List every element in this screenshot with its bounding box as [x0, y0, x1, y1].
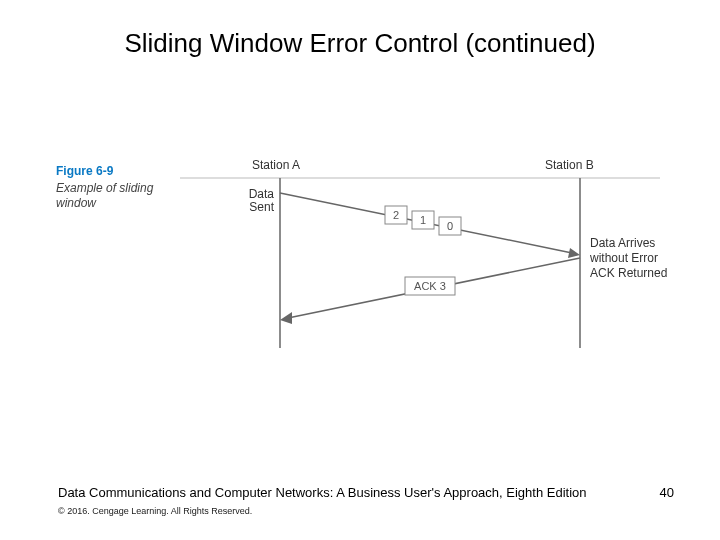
sliding-window-diagram: Station A Station B Data Sent Data Arriv…	[180, 158, 660, 358]
svg-text:1: 1	[420, 214, 426, 226]
figure-caption: Example of sliding window	[56, 181, 166, 211]
packet-2: 2	[385, 206, 407, 224]
station-b-label: Station B	[545, 158, 594, 172]
footer-copyright: © 2016. Cengage Learning. All Rights Res…	[58, 506, 252, 516]
page-number: 40	[660, 485, 674, 500]
packet-0: 0	[439, 217, 461, 235]
slide: Sliding Window Error Control (continued)…	[0, 0, 720, 540]
data-sent-label: Data Sent	[240, 188, 274, 214]
packet-1: 1	[412, 211, 434, 229]
station-a-label: Station A	[252, 158, 300, 172]
figure-label: Figure 6-9	[56, 164, 113, 178]
svg-marker-12	[280, 312, 292, 324]
ack-box: ACK 3	[405, 277, 455, 295]
svg-text:ACK 3: ACK 3	[414, 280, 446, 292]
data-arrives-label: Data Arrives without Error ACK Returned	[590, 236, 670, 281]
svg-text:0: 0	[447, 220, 453, 232]
svg-text:2: 2	[393, 209, 399, 221]
footer-book-title: Data Communications and Computer Network…	[58, 485, 587, 500]
slide-title: Sliding Window Error Control (continued)	[0, 28, 720, 59]
svg-marker-4	[568, 248, 580, 258]
